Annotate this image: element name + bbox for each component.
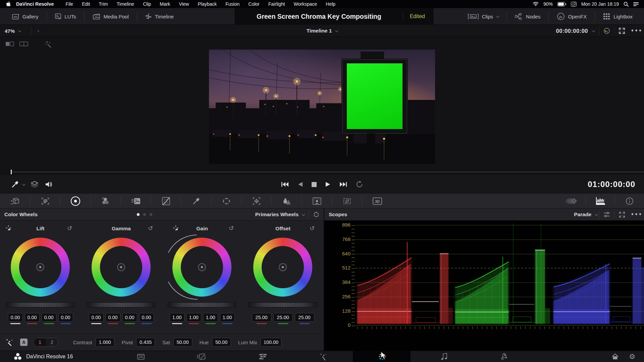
gamma-value-red[interactable]: 0.00 (106, 313, 120, 322)
settings-gear-icon[interactable]: ⚙ (629, 353, 635, 361)
timeline-button[interactable]: Timeline (137, 8, 182, 25)
gain-value-red[interactable]: 1.00 (186, 313, 201, 322)
apple-icon[interactable] (6, 1, 11, 7)
offset-value-red[interactable]: 25.00 (252, 313, 271, 322)
hue-value[interactable]: 50.00 (212, 338, 231, 347)
rgb-mixer-icon[interactable] (91, 194, 120, 208)
lift-wheel-control[interactable] (36, 263, 44, 271)
home-icon[interactable] (611, 353, 619, 360)
blur-icon[interactable] (272, 194, 302, 208)
gain-master-wheel[interactable] (168, 302, 236, 307)
timeline-selector[interactable]: Timeline 1 (0, 25, 644, 37)
gain-value-green[interactable]: 1.00 (203, 313, 218, 322)
input-source-icon[interactable] (571, 2, 577, 7)
wheels-mode-select[interactable]: Primaries Wheels (255, 208, 304, 221)
nodes-button[interactable]: Nodes (507, 8, 548, 25)
search-icon[interactable] (624, 2, 629, 7)
info-icon[interactable] (615, 194, 644, 208)
bypass-icon[interactable] (309, 208, 324, 221)
curves-icon[interactable] (151, 194, 181, 208)
menu-item-fairlight[interactable]: Fairlight (264, 1, 289, 7)
power-window-icon[interactable] (211, 194, 241, 208)
lift-master-wheel[interactable] (6, 302, 75, 307)
wheels-page-dots[interactable] (137, 208, 152, 221)
menu-item-workspace[interactable]: Workspace (289, 1, 322, 7)
gamma-wheel[interactable] (92, 238, 151, 297)
battery-icon[interactable] (557, 2, 566, 6)
menu-app-name[interactable]: DaVinci Resolve (16, 1, 54, 7)
reset-icon[interactable]: ↺ (67, 225, 72, 232)
gamma-value-blue[interactable]: 0.00 (139, 313, 154, 322)
gamma-value-green[interactable]: 0.00 (122, 313, 137, 322)
lift-wheel[interactable] (11, 238, 70, 297)
scope-mode-select[interactable]: Parade (574, 208, 597, 221)
expand-viewer-icon[interactable] (614, 25, 629, 37)
skip-end-button[interactable] (339, 182, 347, 187)
menu-item-mark[interactable]: Mark (155, 1, 174, 7)
gain-wheel-control[interactable] (198, 263, 206, 271)
viewer-options-menu[interactable]: ••• (629, 25, 644, 37)
lift-value-green[interactable]: 0.00 (42, 313, 56, 322)
skip-start-button[interactable] (281, 182, 289, 187)
lightbox-button[interactable]: Lightbox (595, 8, 641, 25)
menu-item-file[interactable]: File (61, 1, 78, 7)
contrast-value[interactable]: 1.000 (96, 338, 114, 347)
lift-value-master[interactable]: 0.00 (8, 313, 23, 322)
clips-button[interactable]: Clips (460, 8, 506, 25)
menu-item-view[interactable]: View (174, 1, 193, 7)
offset-value-green[interactable]: 25.00 (273, 313, 293, 322)
tracker-icon[interactable] (241, 194, 271, 208)
menu-item-timeline[interactable]: Timeline (112, 1, 139, 7)
gallery-button[interactable]: Gallery (4, 8, 47, 25)
menu-clock[interactable]: Mon 20 Jan 18:19 (581, 1, 619, 7)
image-wipe-icon[interactable] (5, 41, 14, 47)
viewer-scrub-bar[interactable] (0, 169, 644, 175)
scope-settings-icon[interactable] (599, 208, 614, 221)
node-stack-icon[interactable] (557, 194, 586, 208)
media-pool-button[interactable]: Media Pool (85, 8, 137, 25)
color-wheels-icon[interactable] (60, 194, 90, 208)
scopes-toggle-icon[interactable] (586, 194, 615, 208)
pivot-value[interactable]: 0.435 (136, 338, 155, 347)
gain-value-blue[interactable]: 1.00 (220, 313, 235, 322)
gamma-master-wheel[interactable] (87, 302, 156, 307)
menu-item-trim[interactable]: Trim (94, 1, 112, 7)
control-center-icon[interactable] (633, 2, 639, 6)
reset-icon[interactable]: ↺ (310, 225, 315, 232)
gamma-wheel-control[interactable] (117, 263, 125, 271)
luts-button[interactable]: LUTs (47, 8, 84, 25)
menu-item-edit[interactable]: Edit (77, 1, 94, 7)
page-2-toggle[interactable]: 2 (46, 338, 58, 346)
stop-button[interactable] (312, 182, 317, 187)
wifi-icon[interactable] (533, 2, 539, 6)
enhance-wand-icon[interactable] (44, 40, 52, 48)
lift-value-red[interactable]: 0.00 (25, 313, 40, 322)
menu-item-playback[interactable]: Playback (193, 1, 221, 7)
sat-value[interactable]: 50.00 (173, 338, 192, 347)
scope-options-menu[interactable]: ••• (629, 208, 644, 221)
reset-icon[interactable]: ↺ (229, 225, 234, 232)
play-reverse-button[interactable] (298, 182, 303, 187)
reset-icon[interactable]: ↺ (148, 225, 153, 232)
auto-balance-chip[interactable]: A (20, 339, 28, 346)
gain-value-master[interactable]: 1.00 (170, 313, 184, 322)
menu-item-clip[interactable]: Clip (139, 1, 155, 7)
cut-page-icon[interactable] (195, 351, 208, 362)
sizing-icon[interactable] (332, 194, 362, 208)
color-match-icon[interactable] (30, 194, 60, 208)
offset-master-wheel[interactable] (249, 302, 317, 307)
qualifier-icon[interactable] (181, 194, 211, 208)
menu-item-color[interactable]: Color (244, 1, 264, 7)
offset-wheel-control[interactable] (279, 263, 287, 271)
grade-compare-icon[interactable] (599, 25, 614, 37)
loop-button[interactable] (356, 181, 363, 188)
split-screen-icon[interactable] (19, 41, 28, 47)
camera-raw-icon[interactable] (0, 194, 30, 208)
openfx-button[interactable]: fx OpenFX (549, 8, 595, 25)
motion-effects-icon[interactable] (121, 194, 151, 208)
menu-item-help[interactable]: Help (321, 1, 340, 7)
fairlight-page-icon[interactable] (438, 351, 451, 362)
offset-value-blue[interactable]: 25.00 (295, 313, 314, 322)
playhead-marker[interactable] (11, 170, 12, 174)
offset-wheel[interactable] (253, 238, 312, 297)
